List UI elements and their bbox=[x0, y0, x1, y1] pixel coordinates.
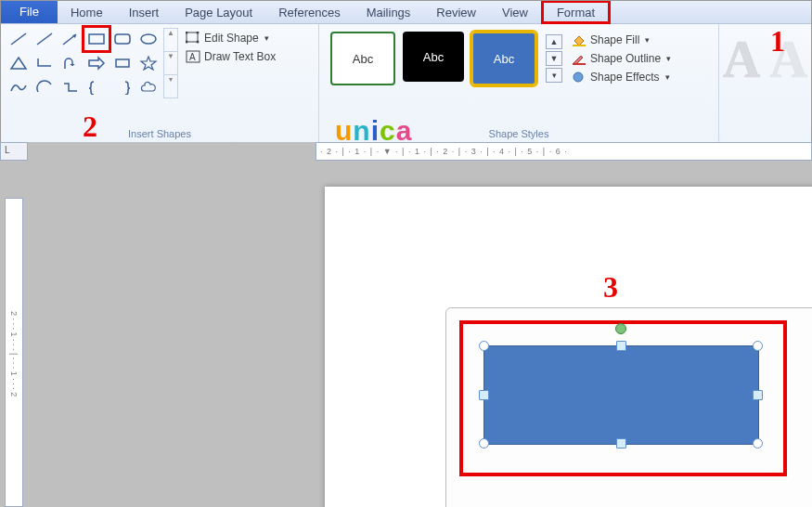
shape-flowchart-icon[interactable] bbox=[110, 52, 135, 74]
edit-shape-icon bbox=[186, 32, 200, 45]
svg-rect-10 bbox=[116, 59, 129, 67]
svg-rect-12 bbox=[187, 32, 198, 42]
group-insert-shapes-label: Insert Shapes bbox=[6, 126, 313, 141]
svg-rect-19 bbox=[573, 45, 586, 46]
document-workspace: L · 2 · | · 1 · | · ▼ · | · 1 · | · 2 · … bbox=[0, 142, 812, 507]
menu-home[interactable]: Home bbox=[58, 1, 116, 23]
svg-text:A: A bbox=[189, 52, 196, 62]
resize-handle-e[interactable] bbox=[753, 390, 763, 400]
styles-more-icon[interactable]: ▾ bbox=[546, 68, 562, 83]
inserted-rectangle-shape[interactable] bbox=[483, 345, 759, 445]
svg-marker-11 bbox=[141, 57, 156, 70]
style-preset-3[interactable]: Abc bbox=[471, 32, 536, 85]
text-box-icon: A bbox=[186, 50, 200, 63]
menu-insert[interactable]: Insert bbox=[116, 1, 173, 23]
shape-fill-label: Shape Fill bbox=[590, 33, 639, 46]
shape-effects-label: Shape Effects bbox=[590, 71, 660, 84]
svg-marker-7 bbox=[11, 58, 26, 69]
svg-marker-8 bbox=[70, 64, 75, 66]
resize-handle-ne[interactable] bbox=[753, 341, 763, 351]
svg-point-6 bbox=[141, 34, 156, 44]
ruler-corner[interactable]: L bbox=[0, 142, 28, 161]
resize-handle-w[interactable] bbox=[479, 390, 489, 400]
rotation-handle-icon[interactable] bbox=[615, 323, 626, 334]
shape-ellipse-icon[interactable] bbox=[136, 28, 161, 50]
shape-elbow-icon[interactable] bbox=[32, 52, 57, 74]
shape-rounded-rect-icon[interactable] bbox=[110, 28, 135, 50]
svg-rect-20 bbox=[573, 63, 586, 65]
style-preset-2[interactable]: Abc bbox=[403, 32, 464, 82]
shape-cloud-icon[interactable] bbox=[136, 76, 161, 98]
draw-text-box-label: Draw Text Box bbox=[204, 50, 276, 63]
document-page[interactable]: 3 bbox=[325, 187, 812, 507]
callout-3: 3 bbox=[603, 270, 618, 305]
vertical-ruler[interactable]: 2 · · · 1 · · · | · · · 1 · · · 2 bbox=[5, 198, 23, 507]
styles-up-icon[interactable]: ▲ bbox=[546, 34, 562, 49]
shape-styles-gallery[interactable]: Abc Abc Abc ▲ ▼ ▾ bbox=[325, 28, 568, 89]
svg-point-21 bbox=[574, 72, 583, 82]
menu-format[interactable]: Format bbox=[541, 0, 611, 24]
svg-point-13 bbox=[186, 32, 188, 34]
resize-handle-sw[interactable] bbox=[479, 438, 489, 448]
svg-rect-5 bbox=[115, 34, 130, 44]
effects-icon bbox=[572, 71, 586, 84]
resize-handle-nw[interactable] bbox=[479, 341, 489, 351]
shape-uturn-icon[interactable] bbox=[58, 52, 83, 74]
menu-page-layout[interactable]: Page Layout bbox=[172, 1, 265, 23]
menu-bar: File Home Insert Page Layout References … bbox=[1, 1, 811, 24]
wordart-styles-group[interactable]: A A bbox=[719, 24, 811, 143]
shape-brace-icon[interactable] bbox=[84, 76, 109, 98]
wordart-preview-icon: A bbox=[723, 30, 760, 89]
callout-2: 2 bbox=[83, 110, 97, 144]
shape-curve-icon[interactable] bbox=[6, 76, 31, 98]
menu-references[interactable]: References bbox=[265, 1, 353, 23]
shape-outline-label: Shape Outline bbox=[590, 52, 661, 65]
shape-triangle-icon[interactable] bbox=[6, 52, 31, 74]
svg-line-1 bbox=[37, 33, 52, 45]
shape-line2-icon[interactable] bbox=[32, 28, 57, 50]
shape-connector-icon[interactable] bbox=[58, 76, 83, 98]
drawing-canvas[interactable] bbox=[445, 307, 812, 507]
styles-down-icon[interactable]: ▼ bbox=[546, 51, 562, 66]
shape-star-icon[interactable] bbox=[136, 52, 161, 74]
resize-handle-n[interactable] bbox=[616, 341, 626, 351]
draw-text-box-button[interactable]: A Draw Text Box bbox=[186, 50, 276, 63]
shape-outline-button[interactable]: Shape Outline▾ bbox=[572, 52, 671, 65]
shape-line-icon[interactable] bbox=[6, 28, 31, 50]
svg-point-16 bbox=[197, 41, 200, 44]
ribbon: ▲ ▼ ▾ Edit Shape▾ A Draw Text Box Insert… bbox=[1, 24, 811, 144]
pen-icon bbox=[572, 52, 586, 65]
menu-mailings[interactable]: Mailings bbox=[354, 1, 424, 23]
shapes-gallery[interactable] bbox=[6, 28, 161, 98]
svg-point-15 bbox=[186, 41, 188, 44]
menu-view[interactable]: View bbox=[489, 1, 541, 23]
svg-line-0 bbox=[11, 33, 26, 45]
svg-rect-4 bbox=[89, 34, 104, 44]
edit-shape-label: Edit Shape bbox=[204, 32, 259, 45]
bucket-icon bbox=[572, 33, 586, 46]
horizontal-ruler[interactable]: · 2 · | · 1 · | · ▼ · | · 1 · | · 2 · | … bbox=[316, 142, 812, 161]
shape-effects-button[interactable]: Shape Effects▾ bbox=[572, 71, 671, 84]
shape-block-arrow-icon[interactable] bbox=[84, 52, 109, 74]
shape-fill-button[interactable]: Shape Fill▾ bbox=[572, 33, 671, 46]
shape-arrow-icon[interactable] bbox=[58, 28, 83, 50]
shape-arc-icon[interactable] bbox=[32, 76, 57, 98]
resize-handle-se[interactable] bbox=[753, 438, 763, 448]
menu-review[interactable]: Review bbox=[423, 1, 489, 23]
svg-point-14 bbox=[197, 32, 200, 34]
shape-rectangle-icon[interactable] bbox=[82, 25, 111, 53]
edit-shape-button[interactable]: Edit Shape▾ bbox=[186, 32, 276, 45]
file-tab[interactable]: File bbox=[1, 1, 58, 23]
callout-1: 1 bbox=[770, 24, 785, 58]
gallery-more-icon[interactable]: ▾ bbox=[164, 74, 177, 98]
gallery-up-icon[interactable]: ▲ bbox=[164, 29, 177, 51]
shape-brace2-icon[interactable] bbox=[110, 76, 135, 98]
style-preset-1[interactable]: Abc bbox=[330, 32, 395, 85]
svg-marker-9 bbox=[89, 58, 104, 69]
resize-handle-s[interactable] bbox=[616, 438, 626, 448]
gallery-down-icon[interactable]: ▼ bbox=[164, 51, 177, 74]
